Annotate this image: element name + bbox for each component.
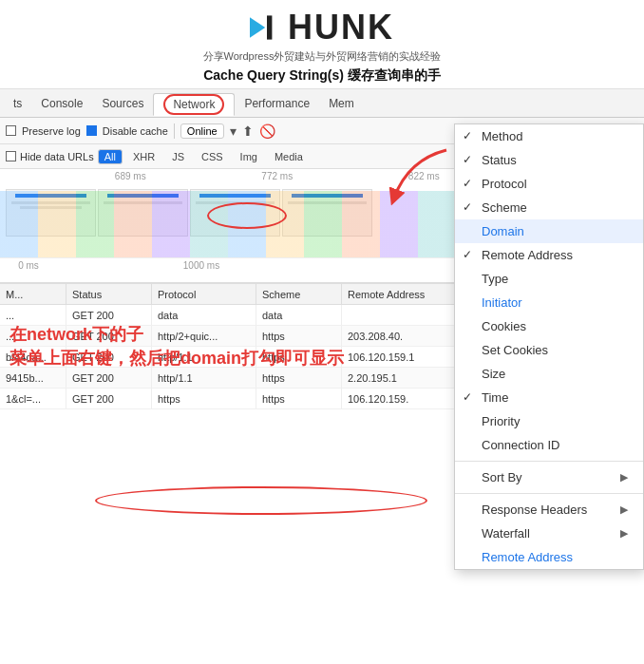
devtools-tabs: ts Console Sources Network Performance M… bbox=[0, 89, 644, 118]
th-scheme: Scheme bbox=[256, 284, 342, 304]
td-method: GET 200 bbox=[66, 326, 152, 346]
header: HUNK 分享Wordpress外贸建站与外贸网络营销的实战经验 Cache Q… bbox=[0, 0, 644, 89]
menu-item-size[interactable]: Size bbox=[455, 362, 643, 386]
waterfall-arrow: ▶ bbox=[620, 527, 628, 540]
td-protocol: http/1.1 bbox=[152, 368, 256, 388]
th-method: M... bbox=[0, 284, 66, 304]
tab-performance[interactable]: Performance bbox=[235, 93, 319, 114]
hide-data-urls-label: Hide data URLs bbox=[20, 151, 94, 162]
response-headers-arrow: ▶ bbox=[620, 503, 628, 516]
td-name: ... bbox=[0, 305, 66, 325]
tab-console[interactable]: Console bbox=[31, 93, 92, 114]
td-protocol: http/2+quic... bbox=[152, 326, 256, 346]
menu-item-domain[interactable]: Domain bbox=[455, 219, 643, 243]
tab-network[interactable]: Network bbox=[153, 93, 235, 116]
disable-cache-label: Disable cache bbox=[103, 125, 168, 137]
td-name: ... bbox=[0, 326, 66, 346]
td-protocol: https bbox=[152, 389, 256, 408]
logo: HUNK bbox=[15, 8, 629, 47]
td-name: 1&cl=... bbox=[0, 389, 66, 408]
menu-item-connection-id[interactable]: Connection ID bbox=[455, 433, 643, 457]
menu-item-time[interactable]: Time bbox=[455, 386, 643, 409]
filter-media-button[interactable]: Media bbox=[268, 149, 310, 164]
th-protocol: Protocol bbox=[152, 284, 256, 304]
filter-js-button[interactable]: JS bbox=[165, 149, 191, 164]
td-scheme: data bbox=[256, 305, 342, 325]
context-menu: Method Status Protocol Scheme Domain Rem… bbox=[454, 123, 644, 570]
td-method: GET 200 bbox=[66, 305, 152, 325]
menu-item-waterfall[interactable]: Waterfall ▶ bbox=[455, 522, 643, 545]
bottom-marker-1000: 1000 ms bbox=[57, 260, 346, 271]
td-method: GET 200 bbox=[66, 389, 152, 408]
tab-sources[interactable]: Sources bbox=[92, 93, 153, 114]
bottom-marker-0: 0 ms bbox=[0, 260, 57, 271]
td-protocol: http/1.1 bbox=[152, 347, 256, 367]
toolbar-separator bbox=[174, 123, 175, 139]
svg-rect-1 bbox=[267, 15, 272, 39]
th-status: Status bbox=[66, 284, 152, 304]
sort-by-arrow: ▶ bbox=[620, 471, 628, 484]
dropdown-icon[interactable]: ▾ bbox=[230, 123, 237, 139]
td-protocol: data bbox=[152, 305, 256, 325]
hide-data-urls-checkbox[interactable] bbox=[6, 151, 16, 161]
menu-item-remote-address-bottom[interactable]: Remote Address bbox=[455, 545, 643, 569]
td-scheme: https bbox=[256, 368, 342, 388]
logo-text: HUNK bbox=[288, 8, 394, 47]
filter-img-button[interactable]: Img bbox=[234, 149, 264, 164]
td-scheme: https bbox=[256, 347, 342, 367]
menu-item-protocol[interactable]: Protocol bbox=[455, 172, 643, 196]
menu-item-priority[interactable]: Priority bbox=[455, 409, 643, 433]
logo-icon bbox=[250, 10, 284, 45]
upload-icon[interactable]: ⬆ bbox=[242, 123, 254, 139]
preserve-log-label: Preserve log bbox=[22, 125, 81, 137]
marker-772: 772 ms bbox=[204, 171, 351, 181]
filter-all-button[interactable]: All bbox=[98, 149, 123, 164]
menu-item-set-cookies[interactable]: Set Cookies bbox=[455, 338, 643, 362]
filter-xhr-button[interactable]: XHR bbox=[126, 149, 161, 164]
menu-item-initiator[interactable]: Initiator bbox=[455, 291, 643, 314]
svg-marker-0 bbox=[250, 17, 265, 38]
menu-item-type[interactable]: Type bbox=[455, 267, 643, 291]
tab-ts[interactable]: ts bbox=[4, 93, 31, 114]
menu-item-cookies[interactable]: Cookies bbox=[455, 314, 643, 338]
menu-item-status[interactable]: Status bbox=[455, 148, 643, 172]
menu-separator-2 bbox=[455, 493, 643, 494]
td-scheme: https bbox=[256, 326, 342, 346]
td-method: GET 200 bbox=[66, 368, 152, 388]
td-method: GET 200 bbox=[66, 347, 152, 367]
clear-icon[interactable]: 🚫 bbox=[259, 123, 275, 139]
menu-item-response-headers[interactable]: Response Headers ▶ bbox=[455, 498, 643, 522]
menu-separator-1 bbox=[455, 461, 643, 462]
cache-title: Cache Query String(s) 缓存查询串的手 bbox=[15, 67, 629, 85]
marker-689: 689 ms bbox=[57, 171, 204, 181]
preserve-log-checkbox[interactable] bbox=[6, 125, 16, 136]
menu-item-method[interactable]: Method bbox=[455, 124, 643, 148]
menu-item-sort-by[interactable]: Sort By ▶ bbox=[455, 465, 643, 489]
menu-item-scheme[interactable]: Scheme bbox=[455, 196, 643, 219]
tab-mem[interactable]: Mem bbox=[319, 93, 364, 114]
td-name: bf44da... bbox=[0, 347, 66, 367]
columns-circle bbox=[95, 486, 427, 515]
online-button[interactable]: Online bbox=[180, 123, 224, 139]
tab-network-label: Network bbox=[163, 94, 224, 115]
td-scheme: https bbox=[256, 389, 342, 408]
subtitle: 分享Wordpress外贸建站与外贸网络营销的实战经验 bbox=[15, 49, 629, 64]
disable-cache-checkbox[interactable] bbox=[86, 125, 97, 136]
td-name: 9415b... bbox=[0, 368, 66, 388]
menu-item-remote-address[interactable]: Remote Address bbox=[455, 243, 643, 267]
filter-css-button[interactable]: CSS bbox=[195, 149, 230, 164]
